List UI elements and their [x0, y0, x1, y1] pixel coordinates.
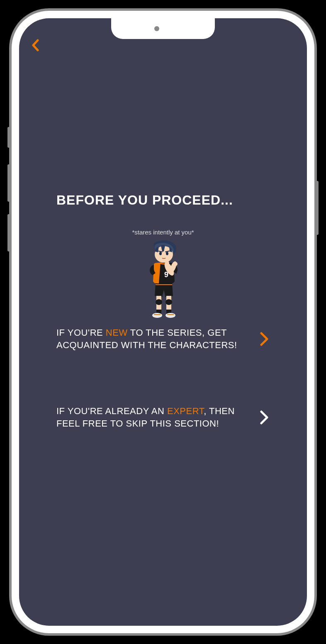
chevron-right-icon [260, 410, 270, 425]
notch-camera-dot [154, 26, 159, 31]
svg-text:9: 9 [164, 271, 168, 279]
svg-point-1 [159, 252, 162, 255]
character-illustration: 9 [138, 240, 188, 319]
svg-point-7 [165, 261, 169, 265]
phone-side-button [7, 164, 10, 202]
highlight-expert: EXPERT [167, 406, 204, 416]
new-user-text: IF YOU'RE NEW TO THE SERIES, GET ACQUAIN… [56, 327, 251, 351]
highlight-new: NEW [106, 327, 128, 338]
svg-point-11 [156, 299, 162, 305]
chevron-left-icon [32, 39, 39, 51]
expert-user-option[interactable]: IF YOU'RE ALREADY AN EXPERT, THEN FEEL F… [56, 405, 270, 429]
new-user-option[interactable]: IF YOU'RE NEW TO THE SERIES, GET ACQUAIN… [56, 327, 270, 351]
character-caption: *stares intently at you* [56, 229, 270, 236]
content-area: BEFORE YOU PROCEED... *stares intently a… [19, 18, 307, 430]
svg-point-6 [173, 262, 178, 266]
phone-side-button [7, 127, 10, 148]
phone-side-button [7, 214, 10, 251]
svg-point-16 [165, 313, 175, 318]
chevron-right-icon [260, 332, 270, 346]
svg-point-12 [165, 299, 172, 305]
phone-notch [111, 18, 215, 39]
phone-frame: BEFORE YOU PROCEED... *stares intently a… [12, 11, 314, 633]
back-button[interactable] [32, 39, 39, 53]
expert-user-text: IF YOU'RE ALREADY AN EXPERT, THEN FEEL F… [56, 405, 251, 429]
phone-side-button [316, 181, 319, 235]
screen: BEFORE YOU PROCEED... *stares intently a… [19, 18, 307, 626]
svg-point-15 [152, 313, 162, 318]
svg-point-2 [166, 252, 168, 255]
page-title: BEFORE YOU PROCEED... [56, 193, 270, 208]
character-section: *stares intently at you* [56, 229, 270, 320]
